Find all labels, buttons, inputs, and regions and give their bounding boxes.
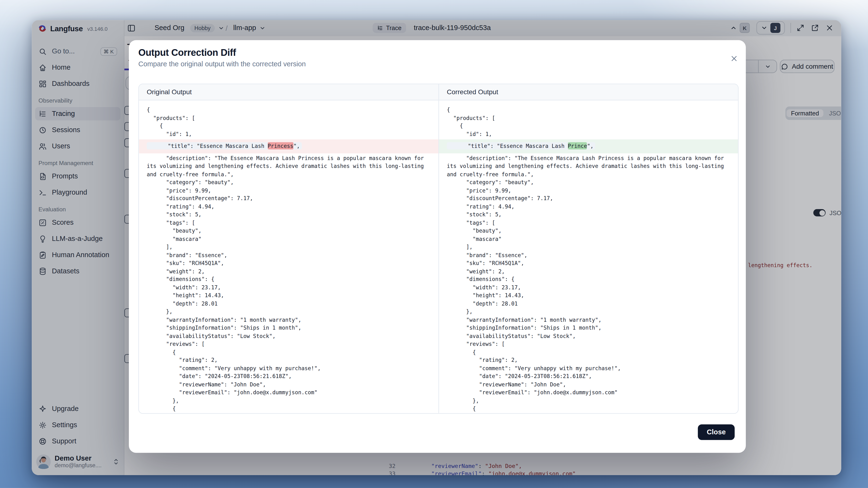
output-correction-diff-modal: Output Correction Diff Compare the origi…	[129, 40, 746, 453]
json-line: "comment": "Very unhappy with my purchas…	[447, 364, 730, 372]
json-line: "brand": "Essence",	[447, 251, 730, 259]
json-line: {	[447, 348, 730, 356]
json-line: "rating": 4.94,	[447, 203, 730, 211]
json-line: ],	[447, 243, 730, 251]
corrected-output-panel[interactable]: { "products": [ { "id": 1, "title": "Ess…	[438, 100, 738, 413]
json-line: },	[447, 397, 730, 405]
app-window: Langfuse v3.146.0 Go to... ⌘ K HomeDashb…	[32, 20, 841, 475]
desktop-background: Langfuse v3.146.0 Go to... ⌘ K HomeDashb…	[0, 0, 868, 488]
json-line: "reviewerEmail": "john.doe@x.dummyjson.c…	[147, 389, 431, 397]
json-line: },	[147, 308, 431, 316]
json-line: "sku": "RCH45Q1A",	[147, 259, 431, 267]
json-line: {	[147, 106, 431, 114]
json-line: "stock": 5,	[147, 211, 431, 219]
json-line: "description": "The Essence Mascara Lash…	[147, 154, 431, 178]
json-line: {	[147, 348, 431, 356]
json-line: "id": 1,	[147, 130, 431, 138]
json-line: {	[447, 405, 730, 413]
json-line: "comment": "Very unhappy with my purchas…	[147, 364, 431, 372]
json-line: "mascara"	[147, 235, 431, 243]
json-line: ],	[147, 243, 431, 251]
json-line: "reviewerName": "John Doe",	[447, 381, 730, 389]
diff-line-added: "title": "Essence Mascara Lash Prince",	[439, 139, 738, 153]
json-line: "stock": 5,	[447, 211, 730, 219]
json-line: "availabilityStatus": "Low Stock",	[147, 332, 431, 340]
json-line: },	[147, 397, 431, 405]
json-line: "reviewerName": "John Doe",	[147, 381, 431, 389]
json-line: "date": "2024-05-23T08:56:21.618Z",	[147, 372, 431, 381]
json-line: "reviews": [	[447, 340, 730, 348]
json-line: "width": 23.17,	[447, 284, 730, 292]
corrected-output-header: Corrected Output	[438, 84, 738, 100]
json-line: "description": "The Essence Mascara Lash…	[447, 154, 730, 178]
json-line: "price": 9.99,	[447, 187, 730, 195]
json-line: "availabilityStatus": "Low Stock",	[447, 332, 730, 340]
json-line: "products": [	[147, 114, 431, 122]
json-line: {	[147, 122, 431, 130]
json-line: "warrantyInformation": "1 month warranty…	[447, 316, 730, 324]
json-line: "shippingInformation": "Ships in 1 month…	[147, 324, 431, 332]
json-line: "reviews": [	[147, 340, 431, 348]
json-line: "height": 14.43,	[447, 292, 730, 300]
json-line: "dimensions": {	[447, 275, 730, 284]
json-line: "category": "beauty",	[147, 178, 431, 187]
json-line: "height": 14.43,	[147, 292, 431, 300]
json-line: "products": [	[447, 114, 730, 122]
json-line: "dimensions": {	[147, 275, 431, 284]
json-line: },	[447, 308, 730, 316]
json-line: "discountPercentage": 7.17,	[147, 195, 431, 203]
json-line: "price": 9.99,	[147, 187, 431, 195]
json-line: "width": 23.17,	[147, 284, 431, 292]
json-line: "brand": "Essence",	[147, 251, 431, 259]
json-line: "id": 1,	[447, 130, 730, 138]
modal-title: Output Correction Diff	[138, 47, 236, 59]
json-line: "depth": 28.01	[447, 300, 730, 308]
json-line: "sku": "RCH45Q1A",	[447, 259, 730, 267]
json-line: "rating": 4.94,	[147, 203, 431, 211]
json-line: "rating": 2,	[147, 356, 431, 364]
json-line: "rating": 2,	[147, 413, 431, 413]
original-output-header: Original Output	[139, 84, 438, 100]
json-line: "beauty",	[147, 227, 431, 235]
json-line: "weight": 2,	[147, 267, 431, 275]
original-output-panel[interactable]: { "products": [ { "id": 1, "title": "Ess…	[139, 100, 438, 413]
json-line: "warrantyInformation": "1 month warranty…	[147, 316, 431, 324]
json-line: "beauty",	[447, 227, 730, 235]
json-line: "reviewerEmail": "john.doe@x.dummyjson.c…	[447, 389, 730, 397]
json-line: {	[447, 106, 730, 114]
json-line: "shippingInformation": "Ships in 1 month…	[447, 324, 730, 332]
json-line: "mascara"	[447, 235, 730, 243]
json-line: "weight": 2,	[447, 267, 730, 275]
json-line: "rating": 2,	[447, 413, 730, 413]
diff-word-removed: Princess	[268, 142, 293, 149]
json-line: {	[147, 405, 431, 413]
close-icon[interactable]	[730, 55, 738, 63]
diff-container: Original Output Corrected Output { "prod…	[138, 84, 739, 414]
json-line: "date": "2024-05-23T08:56:21.618Z",	[447, 372, 730, 381]
diff-line-removed: "title": "Essence Mascara Lash Princess"…	[139, 139, 438, 153]
json-line: {	[447, 122, 730, 130]
modal-subtitle: Compare the original output with the cor…	[138, 60, 306, 68]
close-button[interactable]: Close	[698, 424, 735, 440]
json-line: "tags": [	[147, 219, 431, 227]
diff-word-added: Prince	[568, 142, 587, 149]
json-line: "rating": 2,	[447, 356, 730, 364]
json-line: "tags": [	[447, 219, 730, 227]
json-line: "discountPercentage": 7.17,	[447, 195, 730, 203]
json-line: "depth": 28.01	[147, 300, 431, 308]
json-line: "category": "beauty",	[447, 178, 730, 187]
